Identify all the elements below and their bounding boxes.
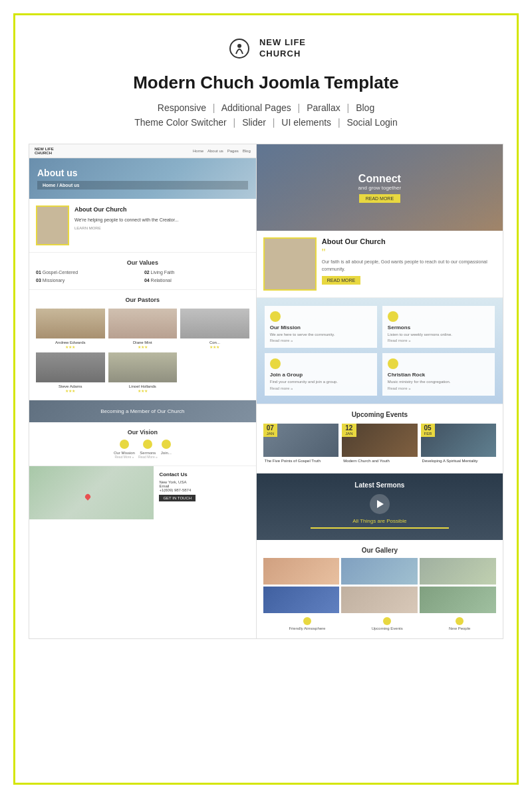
event-date-3: 05FEB bbox=[421, 424, 436, 437]
right-about-text: About Our Church " Our faith is all abou… bbox=[322, 237, 496, 291]
sermon-title: All Things are Possible bbox=[265, 518, 495, 524]
features-row-1: Responsive | Additional Pages | Parallax… bbox=[29, 102, 503, 113]
mission-icon bbox=[120, 440, 129, 449]
pastor-photo-5 bbox=[108, 352, 178, 382]
left-read-more-link[interactable]: LEARN MORE bbox=[74, 225, 178, 231]
value-item-2: 02 Living Faith bbox=[144, 270, 249, 275]
latest-sermons-section: Latest Sermons All Things are Possible bbox=[257, 473, 503, 540]
feature-blog: Blog bbox=[356, 102, 374, 113]
pastors-grid: Andrew Edwards ★★★ Diane Mint ★★★ Con...… bbox=[36, 309, 249, 393]
about-church-body: We're helping people to connect with the… bbox=[74, 217, 178, 224]
event-card-1: 07JAN The Five Points of Gospel Truth bbox=[263, 424, 338, 466]
gallery-img-1 bbox=[263, 558, 340, 585]
about-church-section: About Our Church We're helping people to… bbox=[29, 199, 256, 253]
vision-label-3: Join... bbox=[161, 451, 172, 455]
mission-title-2: Sermons bbox=[388, 325, 489, 331]
church-logo-icon bbox=[226, 35, 253, 62]
sermons-icon bbox=[143, 440, 152, 449]
breadcrumb: Home / About us bbox=[37, 181, 248, 190]
event-title-1: The Five Points of Gospel Truth bbox=[263, 457, 338, 466]
mission-item-4: Christian Rock Music ministry for the co… bbox=[382, 353, 495, 395]
contact-phone: +1(609) 987-5874 bbox=[159, 488, 250, 492]
mission-item-1: Our Mission We are here to serve the com… bbox=[265, 306, 377, 348]
about-church-text: About Our Church We're helping people to… bbox=[74, 205, 178, 245]
sep5: | bbox=[273, 117, 275, 128]
events-grid: 07JAN The Five Points of Gospel Truth 12… bbox=[263, 424, 496, 466]
mission-link-1[interactable]: Read more » bbox=[270, 338, 372, 342]
event-title-3: Developing A Spiritual Mentality bbox=[421, 457, 496, 466]
contact-title: Contact Us bbox=[159, 471, 250, 477]
our-vision-title: Our Vision bbox=[36, 429, 249, 436]
logo-text: NEW LIFE CHURCH bbox=[259, 37, 306, 60]
hero-section: Connect and grow together READ MORE bbox=[257, 144, 503, 231]
our-pastors-section: Our Pastors Andrew Edwards ★★★ Diane Min… bbox=[29, 290, 256, 400]
mission-item-3: Join a Group Find your community and joi… bbox=[265, 353, 377, 395]
mission-link-3[interactable]: Read more » bbox=[270, 386, 372, 390]
gallery-footer-item-3: New People bbox=[449, 617, 470, 630]
left-nav-bar: NEW LIFECHURCH Home About us Pages Blog bbox=[29, 144, 256, 158]
feature-additional-pages: Additional Pages bbox=[221, 102, 291, 113]
event-date-2: 12JAN bbox=[342, 424, 356, 437]
mission-title-4: Christian Rock bbox=[388, 372, 489, 378]
event-title-2: Modern Church and Youth bbox=[342, 457, 417, 466]
mission-item-2: Sermons Listen to our weekly sermons onl… bbox=[382, 306, 495, 348]
pastor-card-3: Con... ★★★ bbox=[180, 309, 249, 349]
join-icon bbox=[162, 440, 171, 449]
left-nav-logo: NEW LIFECHURCH bbox=[35, 147, 54, 155]
our-pastors-title: Our Pastors bbox=[36, 297, 249, 303]
contact-info: Contact Us New York, USA Email +1(609) 9… bbox=[154, 466, 255, 519]
play-button[interactable] bbox=[370, 494, 390, 514]
play-icon bbox=[377, 500, 384, 508]
svg-point-1 bbox=[237, 44, 241, 48]
feature-slider: Slider bbox=[242, 117, 266, 128]
pastor-stars-1: ★★★ bbox=[36, 344, 105, 349]
event-card-2: 12JAN Modern Church and Youth bbox=[342, 424, 417, 466]
person-photo bbox=[36, 205, 69, 245]
value-item-1: 01 Gospel-Centered bbox=[36, 270, 141, 275]
pastor-stars-2: ★★★ bbox=[108, 344, 178, 349]
mission-link-2[interactable]: Read more » bbox=[388, 338, 489, 342]
feature-responsive: Responsive bbox=[158, 102, 206, 113]
mission-section: Our Mission We are here to serve the com… bbox=[257, 298, 503, 404]
mission-icon-1 bbox=[270, 311, 281, 322]
event-card-3: 05FEB Developing A Spiritual Mentality bbox=[421, 424, 496, 466]
page-title: Modern Chuch Joomla Template bbox=[29, 72, 503, 93]
hero-read-more-btn[interactable]: READ MORE bbox=[359, 194, 400, 203]
event-date-1: 07JAN bbox=[263, 424, 277, 437]
left-nav-links: Home About us Pages Blog bbox=[58, 149, 251, 153]
values-grid: 01 Gospel-Centered 02 Living Faith 03 Mi… bbox=[36, 270, 249, 283]
mission-icon-2 bbox=[388, 311, 398, 322]
hero-title: Connect bbox=[358, 173, 402, 185]
about-church-title: About Our Church bbox=[74, 205, 178, 215]
pastor-photo-4 bbox=[36, 352, 105, 382]
upcoming-events-section: Upcoming Events 07JAN The Five Points of… bbox=[257, 404, 503, 473]
gallery-footer-label-1: Friendly Atmosphere bbox=[289, 626, 325, 630]
about-us-banner: About us Home / About us bbox=[29, 158, 256, 199]
pastor-stars-4: ★★★ bbox=[36, 388, 105, 393]
vision-item-mission: Our Mission Read More » bbox=[114, 440, 135, 459]
pastor-stars-5: ★★★ bbox=[108, 388, 178, 393]
becoming-member-text: Becoming a Member of Our Church bbox=[37, 408, 248, 414]
mission-link-4[interactable]: Read more » bbox=[388, 386, 489, 390]
map-pin bbox=[84, 493, 92, 500]
gallery-img-5 bbox=[341, 587, 418, 613]
gallery-img-2 bbox=[341, 558, 418, 585]
vision-item-join: Join... bbox=[161, 440, 172, 459]
gallery-section: Our Gallery Friendly Atmosphere bbox=[257, 540, 503, 638]
gallery-footer-icon-1 bbox=[303, 617, 311, 625]
pastor-card-1: Andrew Edwards ★★★ bbox=[36, 309, 105, 349]
left-preview-col: NEW LIFECHURCH Home About us Pages Blog … bbox=[29, 144, 257, 638]
about-us-title: About us bbox=[37, 168, 248, 178]
mission-title-3: Join a Group bbox=[270, 372, 372, 378]
gallery-img-4 bbox=[263, 587, 340, 613]
pastor-card-2: Diane Mint ★★★ bbox=[108, 309, 178, 349]
mission-title-1: Our Mission bbox=[270, 325, 372, 331]
pastor-card-5: Linoel Hollands ★★★ bbox=[108, 352, 178, 393]
gallery-title: Our Gallery bbox=[263, 547, 496, 554]
gallery-footer-icon-3 bbox=[456, 617, 464, 625]
right-read-more-btn[interactable]: READ MORE bbox=[322, 276, 360, 285]
gallery-footer-item-2: Upcoming Events bbox=[372, 617, 403, 630]
gallery-footer-item-1: Friendly Atmosphere bbox=[289, 617, 325, 630]
hero-text-box: Connect and grow together READ MORE bbox=[358, 173, 402, 203]
contact-button[interactable]: GET IN TOUCH bbox=[159, 495, 196, 501]
